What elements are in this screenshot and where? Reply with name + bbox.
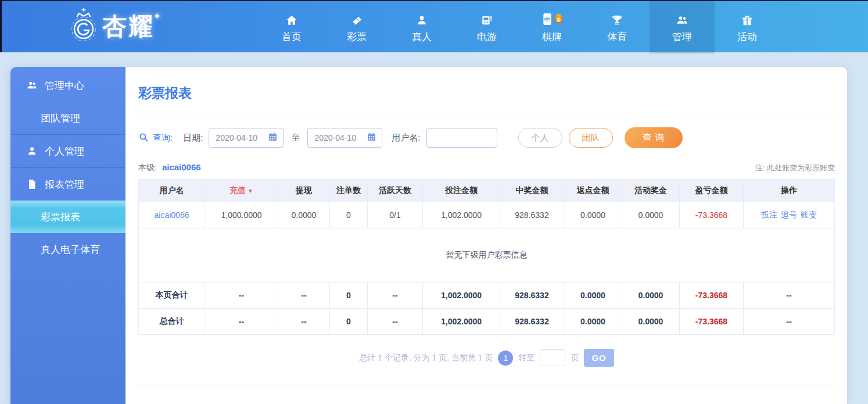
row-actions: 投注追号账变 <box>744 202 835 228</box>
row-rebate: 0.0000 <box>564 202 622 228</box>
sidebar-item-label: 团队管理 <box>41 112 80 125</box>
nav-item-egames[interactable]: 电游 <box>454 1 519 53</box>
header-withdraw: 提现 <box>278 180 330 202</box>
calendar-icon[interactable] <box>268 132 278 144</box>
sidebar: 管理中心 团队管理 个人管理 报表管理 彩票报表 真人电子体育 <box>10 67 125 404</box>
mahjong-icon: 中 <box>541 12 553 28</box>
row-withdraw: 0.0000 <box>278 202 330 228</box>
row-recharge: 1,000.0000 <box>205 202 278 228</box>
table-header-row: 用户名 充值▼ 提现 注单数 活跃天数 投注金额 中奖金额 返点金额 活动奖金 … <box>139 180 835 202</box>
calendar-icon[interactable] <box>367 132 376 144</box>
ticket-icon <box>350 13 364 27</box>
header-recharge-sortable[interactable]: 充值▼ <box>205 180 278 202</box>
header-actions: 操作 <box>744 180 835 202</box>
search-bar: 查询: 日期: 至 用户名: 个人 团队 <box>138 127 835 148</box>
header-bet-count: 注单数 <box>330 180 368 202</box>
nav-item-sports[interactable]: 体育 <box>584 1 650 53</box>
slot-machine-icon <box>480 13 494 27</box>
table-row: aicai0066 1,000.0000 0.0000 0 0/1 1,002.… <box>139 202 835 228</box>
sidebar-item-team-manage[interactable]: 团队管理 <box>10 102 125 134</box>
empty-row: 暂无下级用户彩票信息 <box>139 228 835 283</box>
report-table: 用户名 充值▼ 提现 注单数 活跃天数 投注金额 中奖金额 返点金额 活动奖金 … <box>138 179 835 335</box>
header-rebate-amount: 返点金额 <box>564 180 622 202</box>
goto-label: 转至 <box>518 353 535 363</box>
date-label: 日期: <box>183 133 203 144</box>
date-from-input[interactable] <box>214 133 264 143</box>
report-icon <box>26 178 38 190</box>
row-bet-amount: 1,002.0000 <box>423 202 500 228</box>
header-active-days: 活跃天数 <box>368 180 423 202</box>
top-navbar: 杏耀 ✦ 首页 彩票 真人 电游 <box>0 0 868 52</box>
date-to-label: 至 <box>291 133 300 144</box>
header-profit-amount: 盈亏金额 <box>680 180 744 202</box>
pagination: 总计 1 个记录, 分为 1 页, 当前第 1 页 1 转至 页 GO <box>138 349 835 367</box>
username-input[interactable] <box>426 128 497 148</box>
content-panel: 彩票报表 查询: 日期: 至 用户名: <box>125 67 847 404</box>
level-row: 本级: aicai0066 注: 此处账变为彩票账变 <box>138 162 835 173</box>
nav-item-lottery[interactable]: 彩票 <box>324 1 389 53</box>
page-total-label: 本页合计 <box>139 283 205 309</box>
search-icon <box>138 132 149 144</box>
main-nav: 首页 彩票 真人 电游 中 棋牌 <box>259 1 780 53</box>
main-shell: 管理中心 团队管理 个人管理 报表管理 彩票报表 真人电子体育 彩票报表 <box>10 67 845 404</box>
page-1-button[interactable]: 1 <box>498 351 513 366</box>
team-icon <box>675 13 689 27</box>
action-bets-link[interactable]: 投注 <box>761 210 777 219</box>
sidebar-item-label: 彩票报表 <box>41 210 80 224</box>
pagination-summary: 总计 1 个记录, 分为 1 页, 当前第 1 页 <box>359 353 493 363</box>
sidebar-item-label: 真人电子体育 <box>41 243 100 256</box>
goto-page-input[interactable] <box>540 349 565 366</box>
level-username-link[interactable]: aicai0066 <box>162 162 201 172</box>
sort-desc-icon: ▼ <box>248 188 253 194</box>
footer-divider <box>138 385 835 385</box>
row-profit: -73.3668 <box>680 202 744 228</box>
row-active-days: 0/1 <box>368 202 423 228</box>
page-unit-label: 页 <box>571 353 579 363</box>
sidebar-item-manage-center[interactable]: 管理中心 <box>10 69 125 102</box>
row-bet-count: 0 <box>330 202 368 228</box>
go-button[interactable]: GO <box>584 349 614 367</box>
date-to-box <box>307 128 382 148</box>
hot-flame-icon <box>555 14 562 23</box>
level-label: 本级: <box>138 163 157 173</box>
personal-filter-button[interactable]: 个人 <box>518 128 562 148</box>
page-total-row: 本页合计 -- -- 0 -- 1,002.0000 928.6332 0.00… <box>139 283 835 309</box>
nav-item-live[interactable]: 真人 <box>389 1 454 53</box>
brand-emblem-icon <box>67 6 100 47</box>
action-chase-link[interactable]: 追号 <box>781 210 797 219</box>
sidebar-item-label: 报表管理 <box>45 178 84 191</box>
row-activity-bonus: 0.0000 <box>622 202 680 228</box>
team-filter-button[interactable]: 团队 <box>569 128 613 148</box>
users-icon <box>26 80 38 91</box>
query-submit-button[interactable]: 查询 <box>625 127 683 148</box>
sidebar-item-personal-manage[interactable]: 个人管理 <box>10 135 125 167</box>
person-icon <box>415 13 429 27</box>
username-label: 用户名: <box>392 133 420 144</box>
sidebar-item-label: 个人管理 <box>45 145 84 158</box>
header-win-amount: 中奖金额 <box>500 180 564 202</box>
action-account-change-link[interactable]: 账变 <box>801 210 817 219</box>
user-icon <box>26 145 38 157</box>
header-activity-bonus: 活动奖金 <box>622 180 680 202</box>
date-to-input[interactable] <box>313 133 363 143</box>
sidebar-item-live-esports[interactable]: 真人电子体育 <box>10 233 125 266</box>
header-bet-amount: 投注金额 <box>423 180 500 202</box>
brand-name: 杏耀 <box>102 10 155 43</box>
sidebar-item-label: 管理中心 <box>45 79 84 92</box>
nav-item-activity[interactable]: 活动 <box>715 1 780 53</box>
row-win-amount: 928.6332 <box>500 202 564 228</box>
date-from-box <box>209 128 284 148</box>
row-username-link[interactable]: aicai0066 <box>155 210 189 220</box>
brand-logo[interactable]: 杏耀 ✦ <box>67 6 164 47</box>
sidebar-item-lottery-report[interactable]: 彩票报表 <box>10 201 125 233</box>
nav-item-manage[interactable]: 管理 <box>650 1 715 53</box>
sparkle-icon: ✦ <box>153 11 161 22</box>
trophy-icon <box>610 13 624 27</box>
empty-message: 暂无下级用户彩票信息 <box>139 228 835 283</box>
header-username: 用户名 <box>139 180 205 202</box>
nav-item-home[interactable]: 首页 <box>259 1 324 53</box>
gift-icon <box>740 13 754 27</box>
query-label: 查询: <box>153 133 173 144</box>
sidebar-item-report-manage[interactable]: 报表管理 <box>10 168 125 201</box>
nav-item-boardgames[interactable]: 中 棋牌 <box>519 1 584 53</box>
